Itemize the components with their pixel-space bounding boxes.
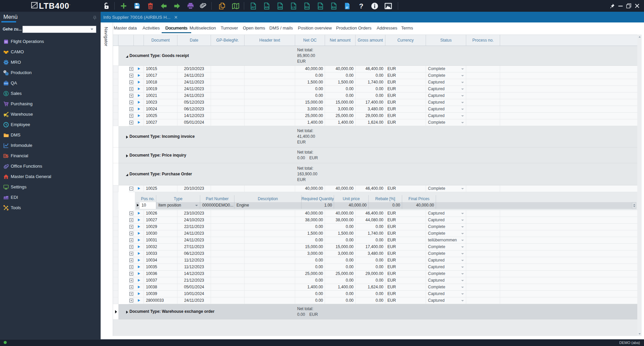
sidebar-item-office-functions[interactable]: Office Functions [0, 161, 101, 171]
cell-status[interactable]: Captured [426, 86, 466, 93]
expand-detail-button[interactable] [129, 225, 133, 229]
row-detail-arrow-icon[interactable] [138, 101, 140, 104]
scroll-down-icon[interactable] [637, 332, 642, 336]
cell-document[interactable]: 10035 [144, 264, 177, 271]
cell-document[interactable]: 10024 [144, 106, 177, 113]
cell-process_no[interactable] [466, 244, 500, 250]
cell-net_oc[interactable]: 1,400.00 [295, 284, 325, 291]
cell-currency[interactable]: EUR [385, 291, 426, 297]
cell-gross_amount[interactable]: 29,000.00 [356, 271, 385, 277]
cell-date[interactable]: 05/12/2023 [177, 99, 211, 106]
cell-net_oc[interactable]: 1,500.00 [295, 230, 325, 237]
status-dropdown-icon[interactable] [461, 102, 464, 103]
cell-gp_beleg[interactable] [211, 93, 245, 99]
row-arrow-cell[interactable] [134, 264, 144, 271]
vertical-scrollbar[interactable] [637, 35, 642, 336]
row-expand-cell[interactable] [129, 99, 134, 106]
cell-net_amount[interactable]: 25,000.00 [325, 271, 356, 277]
doc-rg-button[interactable]: RG [302, 0, 312, 12]
cell-header_text[interactable] [245, 79, 295, 86]
cell-header_text[interactable] [245, 224, 295, 230]
column-header-net_oc[interactable]: Net OC [295, 35, 325, 46]
cell-status[interactable]: Complete [426, 72, 466, 79]
tab-open-items[interactable]: Open items [243, 25, 265, 31]
cell-process_no[interactable] [466, 257, 500, 264]
row-detail-arrow-icon[interactable] [138, 88, 140, 90]
cell-date[interactable]: 22/11/2023 [177, 224, 211, 230]
status-dropdown-icon[interactable] [461, 188, 464, 189]
cell-net_amount[interactable]: 38,000.00 [325, 217, 356, 224]
subcolumn-header-final_prices[interactable]: Final Prices [402, 195, 436, 202]
status-dropdown-icon[interactable] [461, 82, 464, 83]
column-header-gp_beleg[interactable]: GP-BelegNr. [211, 35, 245, 46]
row-arrow-cell[interactable] [134, 271, 144, 277]
table-row[interactable]: 1003805/01/20241,400.001,400.001,624.00E… [113, 284, 637, 291]
cell-document[interactable]: 10021 [144, 93, 177, 99]
cell-status[interactable]: Captured [426, 113, 466, 119]
cell-currency[interactable]: EUR [385, 244, 426, 250]
cell-status[interactable]: Captured [426, 257, 466, 264]
row-arrow-cell[interactable] [134, 185, 144, 192]
cell-process_no[interactable] [466, 230, 500, 237]
row-arrow-cell[interactable] [134, 237, 144, 244]
row-detail-arrow-icon[interactable] [138, 81, 140, 83]
column-header-status[interactable]: Status [426, 35, 466, 46]
row-detail-arrow-icon[interactable] [138, 74, 140, 77]
cell-document[interactable]: 10025 [144, 113, 177, 119]
table-row[interactable]: 1002922/11/20230.000.000.00EURComplete [113, 224, 637, 230]
cell-net_amount[interactable]: 0.00 [325, 72, 356, 79]
save-button[interactable] [132, 0, 142, 12]
row-expand-cell[interactable] [129, 66, 134, 72]
cell-header_text[interactable] [245, 284, 295, 291]
table-row[interactable]: 1003024/11/20231,500.001,500.001,740.00E… [113, 230, 637, 237]
cell-net_amount[interactable]: 40,000.00 [325, 185, 356, 192]
status-dropdown-icon[interactable] [461, 267, 464, 268]
cell-date[interactable]: 14/12/2023 [177, 271, 211, 277]
cell-gross_amount[interactable]: 44,080.00 [356, 217, 385, 224]
expand-detail-button[interactable] [129, 285, 133, 289]
expand-detail-button[interactable] [129, 67, 133, 71]
cell-currency[interactable]: EUR [385, 230, 426, 237]
cell-gp_beleg[interactable] [211, 79, 245, 86]
row-detail-arrow-icon[interactable] [138, 225, 140, 228]
status-dropdown-icon[interactable] [461, 260, 464, 261]
cell-currency[interactable]: EUR [385, 264, 426, 271]
sidebar-item-sales[interactable]: $Sales [0, 88, 101, 99]
row-arrow-cell[interactable] [134, 277, 144, 284]
cell-net_amount[interactable]: 25,000.00 [325, 113, 356, 119]
add-button[interactable] [118, 0, 128, 12]
sidebar-item-edi[interactable]: EDI [0, 192, 101, 203]
cell-gross_amount[interactable]: 1,624.00 [356, 284, 385, 291]
cell-gp_beleg[interactable] [211, 217, 245, 224]
cell-net_amount[interactable]: 3,000.00 [325, 106, 356, 113]
cell-status[interactable]: Captured [426, 93, 466, 99]
subcolumn-header-unit_price[interactable]: Unit price [334, 195, 369, 202]
cell-net_amount[interactable]: 0.00 [325, 264, 356, 271]
cell-gp_beleg[interactable] [211, 224, 245, 230]
expand-detail-button[interactable] [129, 299, 133, 302]
cell-currency[interactable]: EUR [385, 99, 426, 106]
subcolumn-header-rebate[interactable]: Rebate [%] [369, 195, 402, 202]
row-arrow-cell[interactable] [134, 86, 144, 93]
cell-currency[interactable]: EUR [385, 66, 426, 72]
group-row[interactable]: Document Type: Price inquiryNet total:0.… [113, 148, 637, 163]
cell-header_text[interactable] [245, 230, 295, 237]
lock-button[interactable] [102, 0, 112, 12]
cell-gross_amount[interactable]: 0.00 [356, 224, 385, 230]
cell-net_oc[interactable]: 25,000.00 [295, 113, 325, 119]
expand-detail-button[interactable] [129, 279, 133, 282]
cell-process_no[interactable] [466, 113, 500, 119]
cell-document[interactable]: 10030 [144, 230, 177, 237]
row-expand-cell[interactable] [129, 277, 134, 284]
column-header-process_no[interactable]: Process no. [466, 35, 500, 46]
expand-detail-button[interactable] [129, 94, 133, 98]
delete-button[interactable] [145, 0, 155, 12]
cell-date[interactable]: 24/11/2023 [177, 93, 211, 99]
cell-gross_amount[interactable]: 46,400.00 [356, 66, 385, 72]
cell-net_oc[interactable]: 15,000.00 [295, 99, 325, 106]
cell-gross_amount[interactable]: 17,400.00 [356, 99, 385, 106]
sidebar-item-infomodule[interactable]: Infomodule [0, 140, 101, 151]
cell-process_no[interactable] [466, 119, 500, 126]
cell-currency[interactable]: EUR [385, 224, 426, 230]
status-dropdown-icon[interactable] [461, 115, 464, 117]
